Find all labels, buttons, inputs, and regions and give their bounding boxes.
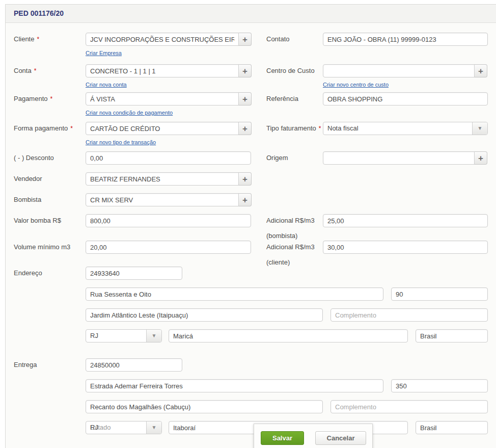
plus-icon: + bbox=[478, 153, 483, 163]
conta-label: Conta* bbox=[14, 64, 36, 77]
volume-minimo-label: Volume mínimo m3 bbox=[14, 241, 70, 254]
centro-custo-input[interactable] bbox=[323, 64, 475, 77]
vendedor-input[interactable] bbox=[86, 172, 239, 186]
criar-tipo-transacao-link[interactable]: Criar novo tipo de transação bbox=[86, 139, 156, 146]
required-marker: * bbox=[70, 125, 73, 132]
tipo-faturamento-dropdown-button[interactable]: ▼ bbox=[472, 122, 487, 135]
cliente-label: Cliente* bbox=[14, 33, 39, 46]
endereco-country-input[interactable] bbox=[416, 329, 488, 342]
entrega-state-dropdown-button[interactable]: ▼ bbox=[146, 421, 161, 434]
chevron-down-icon: ▼ bbox=[478, 125, 483, 131]
chevron-down-icon: ▼ bbox=[152, 333, 157, 338]
desconto-label: ( - ) Desconto bbox=[14, 151, 54, 165]
required-marker: * bbox=[319, 125, 321, 132]
adicional-cliente-label: Adicional R$/m3 bbox=[266, 241, 315, 254]
add-cliente-button[interactable]: + bbox=[238, 33, 252, 46]
entrega-number-input[interactable] bbox=[391, 379, 488, 392]
desconto-input[interactable] bbox=[86, 151, 251, 165]
plus-icon: + bbox=[242, 195, 247, 205]
endereco-neighborhood-input[interactable] bbox=[86, 308, 323, 322]
referencia-label: Referência bbox=[266, 92, 298, 106]
entrega-state-select[interactable]: Estado RJ ▼ bbox=[86, 421, 162, 434]
endereco-city-input[interactable] bbox=[169, 329, 408, 342]
origem-label: Origem bbox=[266, 151, 288, 165]
add-vendedor-button[interactable]: + bbox=[238, 172, 252, 186]
cliente-input[interactable] bbox=[86, 33, 239, 46]
add-origem-button[interactable]: + bbox=[474, 151, 487, 165]
plus-icon: + bbox=[242, 66, 247, 76]
pagamento-input[interactable] bbox=[86, 92, 239, 106]
adicional-bombista-input[interactable] bbox=[323, 214, 488, 227]
contato-label: Contato bbox=[266, 33, 290, 46]
entrega-cep-input[interactable] bbox=[86, 358, 182, 372]
plus-icon: + bbox=[242, 124, 247, 134]
bombista-input[interactable] bbox=[86, 193, 239, 206]
required-marker: * bbox=[37, 36, 39, 43]
bombista-label: Bombista bbox=[14, 193, 41, 206]
forma-pagamento-label: Forma pagamento* bbox=[14, 122, 73, 135]
plus-icon: + bbox=[242, 35, 247, 44]
endereco-street-input[interactable] bbox=[86, 287, 383, 301]
tipo-faturamento-select[interactable]: Nota fiscal ▼ bbox=[323, 122, 488, 135]
criar-centro-custo-link[interactable]: Criar novo centro de custo bbox=[323, 82, 389, 88]
adicional-cliente-input[interactable] bbox=[323, 241, 488, 254]
vendedor-label: Vendedor bbox=[14, 172, 42, 186]
endereco-state-value: RJ bbox=[90, 330, 98, 342]
order-form-screen: PED 001176/20 Cliente* + Criar Empresa C… bbox=[0, 0, 496, 448]
actions-popup: Salvar Cancelar bbox=[254, 424, 373, 448]
conta-input[interactable] bbox=[86, 64, 239, 77]
save-button[interactable]: Salvar bbox=[261, 431, 304, 445]
endereco-number-input[interactable] bbox=[391, 287, 488, 301]
criar-condicao-pagamento-link[interactable]: Criar nova condição de pagamento bbox=[86, 110, 173, 116]
add-centro-custo-button[interactable]: + bbox=[474, 64, 487, 77]
valor-bomba-label: Valor bomba R$ bbox=[14, 214, 61, 227]
tipo-faturamento-value: Nota fiscal bbox=[327, 122, 359, 135]
endereco-cep-input[interactable] bbox=[86, 267, 182, 280]
entrega-label: Entrega bbox=[14, 358, 37, 372]
tipo-faturamento-label: Tipo faturamento* bbox=[266, 122, 321, 135]
endereco-complement-input[interactable] bbox=[330, 308, 488, 322]
valor-bomba-input[interactable] bbox=[86, 214, 251, 227]
entrega-state-value: RJ bbox=[90, 421, 98, 434]
volume-minimo-input[interactable] bbox=[86, 241, 251, 254]
required-marker: * bbox=[50, 95, 53, 102]
adicional-bombista-label: Adicional R$/m3 bbox=[266, 214, 315, 227]
add-bombista-button[interactable]: + bbox=[238, 193, 252, 206]
cancel-button[interactable]: Cancelar bbox=[315, 431, 366, 445]
forma-pagamento-input[interactable] bbox=[86, 122, 239, 135]
plus-icon: + bbox=[242, 174, 247, 184]
add-conta-button[interactable]: + bbox=[238, 64, 252, 77]
add-forma-pagamento-button[interactable]: + bbox=[238, 122, 252, 135]
origem-input[interactable] bbox=[323, 151, 475, 165]
endereco-state-select[interactable]: RJ ▼ bbox=[86, 329, 162, 342]
referencia-input[interactable] bbox=[323, 92, 488, 106]
contato-input[interactable] bbox=[323, 33, 488, 46]
centro-custo-label: Centro de Custo bbox=[266, 64, 315, 77]
adicional-cliente-label-line2: (cliente) bbox=[266, 256, 290, 269]
pagamento-label: Pagamento* bbox=[14, 92, 52, 106]
criar-nova-conta-link[interactable]: Criar nova conta bbox=[86, 82, 127, 88]
endereco-state-dropdown-button[interactable]: ▼ bbox=[146, 330, 161, 342]
entrega-complement-input[interactable] bbox=[330, 400, 488, 413]
endereco-label: Endereço bbox=[14, 267, 42, 280]
entrega-neighborhood-input[interactable] bbox=[86, 400, 323, 413]
plus-icon: + bbox=[242, 94, 247, 104]
criar-empresa-link[interactable]: Criar Empresa bbox=[86, 50, 122, 57]
entrega-country-input[interactable] bbox=[416, 421, 488, 434]
entrega-street-input[interactable] bbox=[86, 379, 383, 392]
page-title: PED 001176/20 bbox=[14, 5, 64, 22]
required-marker: * bbox=[34, 67, 37, 74]
chevron-down-icon: ▼ bbox=[152, 425, 157, 430]
plus-icon: + bbox=[478, 66, 483, 76]
order-panel: PED 001176/20 Cliente* + Criar Empresa C… bbox=[5, 4, 496, 448]
panel-header: PED 001176/20 bbox=[6, 5, 496, 23]
add-pagamento-button[interactable]: + bbox=[238, 92, 252, 106]
